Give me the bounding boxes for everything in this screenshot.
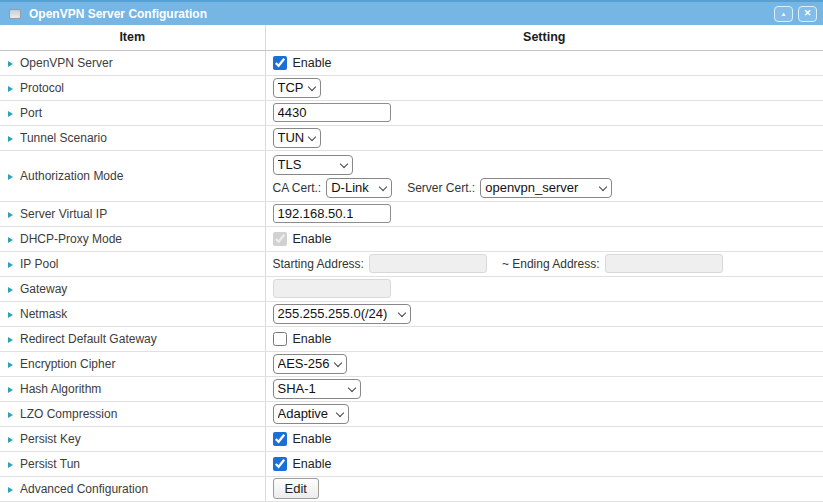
table-row: Netmask 255.255.255.0(/24) xyxy=(0,301,823,326)
row-label: Advanced Configuration xyxy=(20,482,148,496)
hash-algorithm-select[interactable]: SHA-1 xyxy=(273,379,361,399)
row-label: LZO Compression xyxy=(20,407,117,421)
table-row: Port xyxy=(0,100,823,125)
row-label: OpenVPN Server xyxy=(20,56,113,70)
table-row: Hash Algorithm SHA-1 xyxy=(0,376,823,401)
row-arrow-icon xyxy=(8,362,13,368)
row-label: Persist Key xyxy=(20,432,81,446)
tunnel-scenario-select[interactable]: TUN xyxy=(273,128,321,148)
window-panel-icon xyxy=(9,9,21,19)
ending-address-input xyxy=(605,254,723,273)
table-row: Server Virtual IP xyxy=(0,201,823,226)
port-input[interactable] xyxy=(273,103,391,122)
close-button[interactable]: ✕ xyxy=(798,6,817,22)
ca-cert-select[interactable]: D-Link xyxy=(326,178,392,198)
persist-key-enable-checkbox[interactable] xyxy=(273,432,287,446)
row-label: Redirect Default Gateway xyxy=(20,332,157,346)
server-cert-select[interactable]: openvpn_server xyxy=(480,178,612,198)
openvpn-config-window: OpenVPN Server Configuration ▲ ✕ Item Se… xyxy=(0,0,823,502)
netmask-select[interactable]: 255.255.255.0(/24) xyxy=(273,304,411,324)
row-arrow-icon xyxy=(8,111,13,117)
window-title: OpenVPN Server Configuration xyxy=(29,7,207,21)
server-cert-label: Server Cert.: xyxy=(407,181,475,195)
server-virtual-ip-input[interactable] xyxy=(273,204,391,223)
row-arrow-icon xyxy=(8,337,13,343)
column-header-item: Item xyxy=(0,25,265,50)
row-arrow-icon xyxy=(8,136,13,142)
ca-cert-label: CA Cert.: xyxy=(273,181,322,195)
table-row: Persist Tun Enable xyxy=(0,451,823,476)
enable-label: Enable xyxy=(293,56,332,70)
enable-label: Enable xyxy=(293,332,332,346)
row-label: IP Pool xyxy=(20,257,58,271)
row-arrow-icon xyxy=(8,387,13,393)
row-arrow-icon xyxy=(8,174,13,180)
row-label: Hash Algorithm xyxy=(20,382,101,396)
advanced-configuration-edit-button[interactable]: Edit xyxy=(273,478,319,499)
row-arrow-icon xyxy=(8,437,13,443)
enable-label: Enable xyxy=(293,457,332,471)
row-label: Server Virtual IP xyxy=(20,207,107,221)
row-label: Gateway xyxy=(20,282,67,296)
row-arrow-icon xyxy=(8,61,13,67)
row-label: DHCP-Proxy Mode xyxy=(20,232,122,246)
table-row: LZO Compression Adaptive xyxy=(0,401,823,426)
row-label: Protocol xyxy=(20,81,64,95)
row-arrow-icon xyxy=(8,312,13,318)
table-row: Tunnel Scenario TUN xyxy=(0,125,823,150)
row-label: Tunnel Scenario xyxy=(20,131,107,145)
protocol-select[interactable]: TCP xyxy=(273,78,321,98)
row-arrow-icon xyxy=(8,86,13,92)
table-row: Redirect Default Gateway Enable xyxy=(0,326,823,351)
table-row: OpenVPN Server Enable xyxy=(0,50,823,75)
table-row: Authorization Mode TLS CA Cert.: D-Link … xyxy=(0,150,823,201)
openvpn-server-enable-checkbox[interactable] xyxy=(273,56,287,70)
enable-label: Enable xyxy=(293,232,332,246)
table-row: Encryption Cipher AES-256 xyxy=(0,351,823,376)
gateway-input xyxy=(273,279,391,298)
table-header-row: Item Setting xyxy=(0,25,823,50)
row-label: Authorization Mode xyxy=(20,169,123,183)
table-row: DHCP-Proxy Mode Enable xyxy=(0,226,823,251)
row-label: Port xyxy=(20,106,42,120)
row-arrow-icon xyxy=(8,212,13,218)
row-arrow-icon xyxy=(8,262,13,268)
row-arrow-icon xyxy=(8,237,13,243)
table-row: Advanced Configuration Edit xyxy=(0,476,823,501)
row-arrow-icon xyxy=(8,462,13,468)
table-row: IP Pool Starting Address: ~ Ending Addre… xyxy=(0,251,823,276)
starting-address-label: Starting Address: xyxy=(273,257,364,271)
authorization-mode-select[interactable]: TLS xyxy=(273,155,353,175)
row-label: Persist Tun xyxy=(20,457,80,471)
config-table: Item Setting OpenVPN Server Enable Proto… xyxy=(0,25,823,502)
dhcp-proxy-mode-enable-checkbox xyxy=(273,232,287,246)
table-row: Persist Key Enable xyxy=(0,426,823,451)
table-row: Gateway xyxy=(0,276,823,301)
ending-address-label: ~ Ending Address: xyxy=(502,257,600,271)
collapse-arrow-icon: ▲ xyxy=(781,11,787,17)
row-arrow-icon xyxy=(8,412,13,418)
row-arrow-icon xyxy=(8,287,13,293)
starting-address-input xyxy=(369,254,487,273)
enable-label: Enable xyxy=(293,432,332,446)
window-titlebar: OpenVPN Server Configuration ▲ ✕ xyxy=(0,0,823,25)
collapse-button[interactable]: ▲ xyxy=(774,6,793,22)
persist-tun-enable-checkbox[interactable] xyxy=(273,457,287,471)
encryption-cipher-select[interactable]: AES-256 xyxy=(273,354,347,374)
redirect-default-gateway-enable-checkbox[interactable] xyxy=(273,332,287,346)
row-arrow-icon xyxy=(8,487,13,493)
close-icon: ✕ xyxy=(804,9,812,18)
row-label: Encryption Cipher xyxy=(20,357,115,371)
lzo-compression-select[interactable]: Adaptive xyxy=(273,404,349,424)
row-label: Netmask xyxy=(20,307,67,321)
column-header-setting: Setting xyxy=(265,25,823,50)
table-row: Protocol TCP xyxy=(0,75,823,100)
